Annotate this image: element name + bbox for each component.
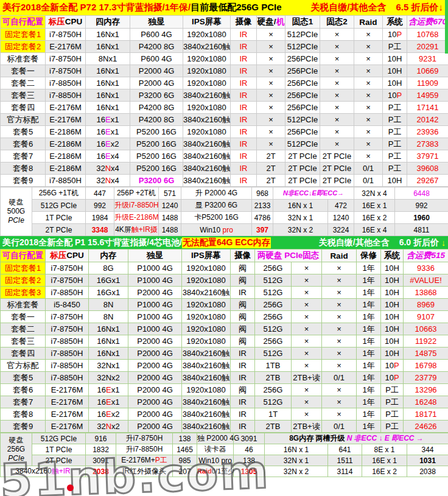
cell[interactable]: IR bbox=[231, 287, 255, 299]
cell[interactable]: E-2176M bbox=[46, 408, 89, 421]
cell[interactable]: 套餐7 bbox=[1, 396, 46, 408]
cell[interactable]: 27383 bbox=[407, 138, 448, 150]
cell[interactable]: × bbox=[257, 126, 285, 138]
cell[interactable]: 3840x2160触 bbox=[182, 372, 231, 384]
header-cell[interactable]: IPS屏幕 bbox=[183, 16, 231, 29]
cell[interactable]: 固定套餐2 bbox=[1, 41, 46, 53]
cell[interactable]: 138 bbox=[234, 455, 265, 466]
cell[interactable]: 阀 bbox=[231, 384, 255, 396]
cell[interactable]: 32Nx1 bbox=[89, 360, 128, 372]
cell[interactable]: 固定套餐1 bbox=[1, 262, 46, 274]
cell[interactable]: × bbox=[322, 274, 357, 287]
cell[interactable]: 1年 bbox=[357, 384, 381, 396]
cell[interactable]: 512PCIe bbox=[285, 29, 320, 41]
cell[interactable]: 1920x1080 bbox=[182, 335, 231, 348]
cell[interactable]: E-2176M bbox=[46, 114, 86, 126]
cell[interactable]: 3840x2160触 bbox=[183, 114, 231, 126]
cell[interactable]: 套餐一 bbox=[1, 311, 46, 323]
cell[interactable]: 10768 bbox=[407, 29, 448, 41]
cell[interactable]: × bbox=[322, 299, 357, 311]
cell[interactable]: 571 bbox=[159, 187, 181, 200]
cell[interactable]: P工 bbox=[381, 421, 404, 433]
cell[interactable]: 10H bbox=[381, 348, 404, 360]
cell[interactable]: 992 bbox=[395, 200, 448, 212]
cell[interactable]: 16248 bbox=[404, 396, 448, 408]
cell[interactable]: P4200 8G bbox=[130, 41, 183, 53]
cell[interactable]: 16Nx1 bbox=[86, 41, 130, 53]
cell[interactable]: P工 bbox=[381, 396, 404, 408]
cell[interactable]: × bbox=[292, 311, 322, 323]
cell[interactable]: 1832 bbox=[86, 444, 116, 455]
cell[interactable]: 3840x2160触 bbox=[183, 89, 231, 102]
cell[interactable]: 2T PCIe bbox=[32, 224, 86, 236]
cell[interactable]: 10H bbox=[383, 65, 407, 77]
cell[interactable]: 10H bbox=[381, 274, 404, 287]
cell[interactable]: 20142 bbox=[407, 114, 448, 126]
cell[interactable]: 1年 bbox=[357, 372, 381, 384]
cell[interactable]: 32Nx2 bbox=[89, 421, 128, 433]
cell[interactable]: 3840x2160触 bbox=[183, 162, 231, 175]
cell[interactable]: 套餐9 bbox=[1, 421, 46, 433]
cell[interactable]: P5200 16G bbox=[130, 162, 183, 175]
cell[interactable]: 1240 bbox=[328, 212, 354, 224]
cell[interactable]: 916 bbox=[86, 433, 116, 444]
cell[interactable]: 3840x2160触 bbox=[182, 360, 231, 372]
cell[interactable]: P工 bbox=[383, 102, 407, 114]
cell[interactable]: 9336 bbox=[404, 262, 448, 274]
cell[interactable]: 32Nx2 bbox=[89, 372, 128, 384]
header-cell[interactable]: 摄像 bbox=[231, 16, 257, 29]
cell[interactable]: 阀 bbox=[231, 262, 255, 274]
cell[interactable]: 256P +2T机 bbox=[114, 187, 159, 200]
cell[interactable]: P3200 6G bbox=[130, 89, 183, 102]
cell[interactable]: 标准套餐 bbox=[1, 53, 46, 65]
cell[interactable]: E-2176M+P工 bbox=[116, 455, 173, 466]
cell[interactable]: P工 bbox=[383, 150, 407, 162]
cell[interactable]: 2TB bbox=[255, 372, 292, 384]
cell[interactable]: 32N x 2 bbox=[273, 224, 328, 236]
cell[interactable]: 升级i7-8850H bbox=[114, 200, 159, 212]
cell[interactable]: × bbox=[322, 323, 357, 335]
cell[interactable]: × bbox=[257, 53, 285, 65]
cell[interactable]: × bbox=[257, 138, 285, 150]
cell[interactable]: × bbox=[354, 77, 383, 89]
cell[interactable]: 16E x 4 bbox=[354, 224, 395, 236]
cell[interactable]: 1920x1080 bbox=[182, 274, 231, 287]
cell[interactable]: P1000 4G bbox=[128, 311, 182, 323]
cell[interactable]: × bbox=[320, 89, 354, 102]
header-cell[interactable]: 保修 bbox=[357, 250, 381, 262]
header-cell[interactable]: 四内存 bbox=[86, 16, 130, 29]
header-cell[interactable]: 可自行配置 bbox=[1, 16, 46, 29]
cell[interactable]: i7-8850H bbox=[46, 360, 89, 372]
cell[interactable]: E-2186M bbox=[46, 138, 86, 150]
cell[interactable]: 阀 bbox=[231, 311, 255, 323]
cell[interactable]: × bbox=[322, 408, 357, 421]
cell[interactable]: 9231 bbox=[407, 53, 448, 65]
cell[interactable]: 1年 bbox=[357, 311, 381, 323]
cell[interactable]: 16Nx1 bbox=[86, 89, 130, 102]
cell[interactable]: 硬盘 500G PCIe bbox=[1, 187, 32, 236]
cell[interactable]: 512PCIe bbox=[285, 114, 320, 126]
cell[interactable]: 套餐7 bbox=[1, 150, 46, 162]
cell[interactable]: 套餐8 bbox=[1, 162, 46, 175]
cell[interactable]: 1305 bbox=[234, 466, 265, 477]
cell[interactable]: 1年 bbox=[357, 287, 381, 299]
cell[interactable]: 256G bbox=[255, 335, 292, 348]
cell[interactable]: × bbox=[322, 360, 357, 372]
cell[interactable]: 套餐三 bbox=[1, 335, 46, 348]
cell[interactable]: 14959 bbox=[407, 89, 448, 102]
cell[interactable]: IR bbox=[231, 396, 255, 408]
cell[interactable]: 10H bbox=[381, 299, 404, 311]
cell[interactable]: P2000 4G bbox=[128, 348, 182, 360]
cell[interactable]: 3840x2160触+IR bbox=[1, 466, 86, 477]
cell[interactable]: × bbox=[354, 29, 383, 41]
cell[interactable]: 2T PCIe bbox=[32, 455, 86, 466]
cell[interactable]: E-2186M bbox=[46, 162, 86, 175]
cell[interactable]: × bbox=[292, 262, 322, 274]
cell[interactable]: IR bbox=[231, 175, 257, 187]
cell[interactable]: IR bbox=[231, 53, 257, 65]
cell[interactable]: 2T PCIe bbox=[320, 162, 354, 175]
cell[interactable]: 1511 bbox=[328, 455, 362, 466]
cell[interactable]: × bbox=[354, 102, 383, 114]
cell[interactable]: 16E x 2 bbox=[362, 466, 407, 477]
cell[interactable]: × bbox=[320, 53, 354, 65]
